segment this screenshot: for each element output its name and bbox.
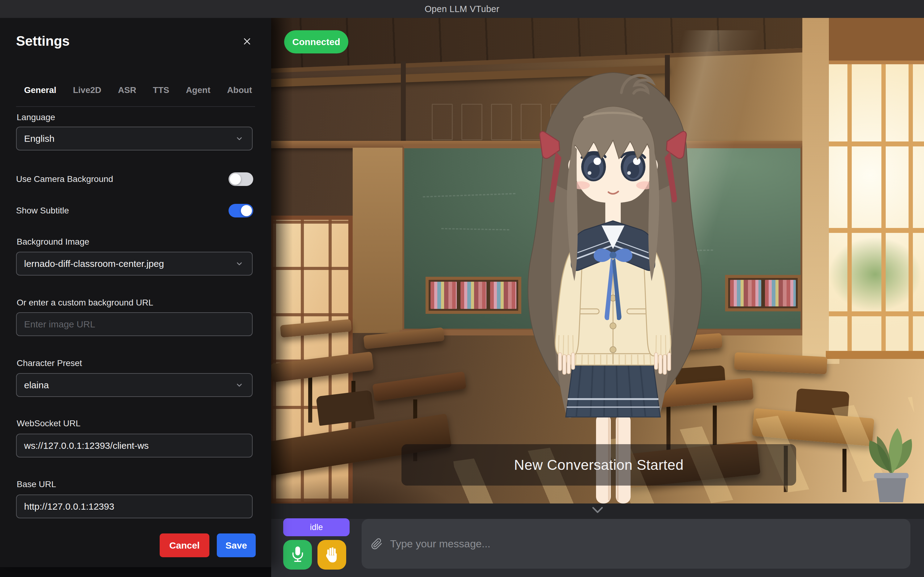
control-bar: idle bbox=[271, 503, 924, 577]
websocket-url-label: WebSocket URL bbox=[17, 419, 80, 429]
show-subtitle-label: Show Subtitle bbox=[16, 206, 69, 216]
save-button[interactable]: Save bbox=[217, 533, 256, 557]
tab-about[interactable]: About bbox=[227, 85, 252, 95]
top-bar: Open LLM VTuber bbox=[0, 0, 924, 18]
chevron-down-icon bbox=[591, 505, 604, 514]
websocket-url-field bbox=[16, 434, 253, 458]
app-title: Open LLM VTuber bbox=[425, 4, 499, 14]
settings-title: Settings bbox=[16, 32, 255, 51]
language-label: Language bbox=[17, 113, 55, 122]
settings-panel: Settings General Live2D ASR TTS Agent Ab… bbox=[0, 18, 271, 567]
character-preset-select[interactable]: elaina bbox=[16, 373, 253, 397]
tab-general[interactable]: General bbox=[24, 85, 56, 95]
connection-status-badge: Connected bbox=[284, 30, 348, 53]
app-root: Open LLM VTuber Settings General Live2D … bbox=[0, 0, 924, 577]
tab-tts[interactable]: TTS bbox=[153, 85, 169, 95]
side-wall bbox=[353, 148, 403, 333]
desk-leg bbox=[842, 449, 847, 492]
custom-background-input[interactable] bbox=[17, 313, 252, 335]
stage: Connected New Conversation Started bbox=[271, 18, 924, 503]
websocket-url-input[interactable] bbox=[17, 434, 252, 457]
message-box bbox=[362, 519, 910, 569]
window-sill bbox=[826, 351, 924, 359]
collapse-strip bbox=[271, 503, 924, 519]
settings-header: Settings bbox=[16, 32, 255, 51]
bookshelf bbox=[425, 277, 521, 314]
connection-status-text: Connected bbox=[292, 37, 340, 47]
collapse-button[interactable] bbox=[584, 503, 610, 517]
toggle-knob bbox=[241, 205, 252, 216]
potted-plant bbox=[857, 409, 924, 503]
paperclip-icon bbox=[371, 537, 383, 551]
close-icon bbox=[242, 37, 252, 46]
chair bbox=[316, 390, 375, 425]
vtuber-character[interactable] bbox=[513, 53, 716, 503]
attachment-button[interactable] bbox=[371, 537, 383, 551]
settings-actions: Cancel Save bbox=[160, 533, 256, 557]
background-image-label: Background Image bbox=[17, 237, 89, 247]
tab-live2d[interactable]: Live2D bbox=[73, 85, 101, 95]
window-transom bbox=[829, 18, 924, 64]
ai-state-text: idle bbox=[310, 523, 323, 532]
character-preset-label: Character Preset bbox=[17, 358, 82, 368]
cancel-button[interactable]: Cancel bbox=[160, 533, 209, 557]
language-value: English bbox=[24, 134, 54, 144]
chevron-down-icon bbox=[235, 260, 243, 268]
microphone-icon bbox=[291, 546, 305, 563]
desk bbox=[752, 408, 874, 446]
chevron-down-icon bbox=[235, 135, 243, 143]
tabs-divider bbox=[16, 106, 255, 107]
raised-hand-icon bbox=[325, 547, 340, 563]
chevron-down-icon bbox=[235, 381, 243, 389]
bookshelf bbox=[725, 275, 801, 311]
close-button[interactable] bbox=[241, 35, 253, 48]
desk-leg bbox=[308, 376, 312, 422]
window bbox=[829, 64, 924, 351]
base-url-input[interactable] bbox=[17, 495, 252, 518]
tab-agent[interactable]: Agent bbox=[186, 85, 210, 95]
camera-background-row: Use Camera Background bbox=[16, 170, 253, 189]
background-image-value: lernado-diff-classroom-center.jpeg bbox=[24, 258, 164, 269]
message-input[interactable] bbox=[390, 538, 901, 550]
custom-background-field bbox=[16, 312, 253, 336]
tab-asr[interactable]: ASR bbox=[118, 85, 136, 95]
character-preset-value: elaina bbox=[24, 380, 49, 390]
desk bbox=[372, 371, 467, 401]
show-subtitle-toggle[interactable] bbox=[229, 204, 253, 218]
toggle-knob bbox=[230, 174, 241, 185]
base-url-label: Base URL bbox=[17, 479, 56, 489]
custom-background-label: Or enter a custom background URL bbox=[17, 298, 153, 308]
microphone-button[interactable] bbox=[283, 540, 312, 570]
camera-background-toggle[interactable] bbox=[229, 172, 253, 186]
subtitle-overlay: New Conversation Started bbox=[401, 444, 796, 485]
base-url-field bbox=[16, 495, 253, 518]
panel-shadow bbox=[271, 18, 293, 503]
wall-post bbox=[401, 61, 406, 148]
ai-state-badge: idle bbox=[283, 518, 349, 536]
language-select[interactable]: English bbox=[16, 127, 253, 150]
interrupt-button[interactable] bbox=[317, 540, 346, 570]
subtitle-text: New Conversation Started bbox=[514, 456, 684, 473]
settings-tabs: General Live2D ASR TTS Agent About bbox=[24, 84, 252, 97]
background-image-select[interactable]: lernado-diff-classroom-center.jpeg bbox=[16, 252, 253, 276]
camera-background-label: Use Camera Background bbox=[16, 174, 113, 184]
show-subtitle-row: Show Subtitle bbox=[16, 201, 253, 220]
